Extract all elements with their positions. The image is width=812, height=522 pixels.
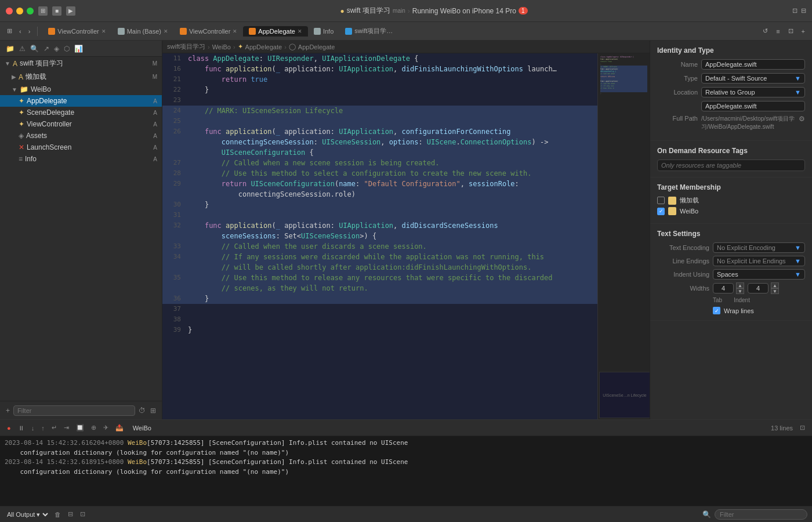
sidebar-item-lazyjia[interactable]: ▶ A 懒加载 M [0, 70, 162, 84]
inspector-toggle[interactable]: ⊡ [786, 26, 796, 36]
sidebar-item-appdelegate[interactable]: ✦ AppDelegate A [0, 95, 162, 107]
relative-group-value: AppDelegate.swift [701, 101, 805, 111]
indent-width-input[interactable] [748, 283, 768, 293]
tab-viewcontroller2[interactable]: ViewController ✕ [174, 26, 243, 37]
robot-icon[interactable]: ◈ [53, 44, 60, 54]
checkbox-lazyjia[interactable] [657, 197, 665, 204]
skip-btn[interactable]: ⇥ [61, 423, 71, 433]
line-content: func application(_ application: UIApplic… [186, 64, 597, 74]
filter-input[interactable] [13, 405, 135, 416]
split-console-icon[interactable]: ⊟ [66, 509, 75, 519]
trash-icon[interactable]: 🗑 [52, 510, 63, 519]
name-field[interactable]: AppDelegate.swift [701, 59, 805, 70]
close-button[interactable] [6, 8, 13, 14]
minimize-button[interactable] [16, 8, 23, 14]
line-content: connectingSceneSession.role) [186, 189, 597, 200]
code-line-selected: connectingSceneSession.role) [162, 189, 597, 200]
project-icon: ● [340, 7, 344, 15]
tab-close-icon[interactable]: ✕ [233, 28, 237, 34]
sidebar-item-info[interactable]: ≡ Info A [0, 153, 162, 165]
type-select[interactable]: Default - Swift Source ▼ [701, 73, 805, 84]
output-selector[interactable]: All Output ▾ [5, 510, 50, 519]
tab-close-icon[interactable]: ✕ [164, 28, 168, 34]
navigator-toggle[interactable]: ⊞ [5, 26, 14, 36]
source-control-icon[interactable]: ↗ [42, 44, 50, 54]
tab-width-input[interactable] [713, 283, 734, 293]
stop-icon[interactable]: ■ [52, 6, 61, 16]
filter-search-input[interactable] [715, 509, 807, 520]
relative-group-field[interactable]: AppDelegate.swift [701, 101, 805, 111]
location-select[interactable]: Relative to Group ▼ [701, 87, 805, 97]
sidebar-item-project[interactable]: ▼ A swift 项目学习 M [0, 57, 162, 70]
code-line-selected: sceneSessions: Set<UISceneSession>) { [162, 231, 597, 241]
add-file-icon[interactable]: + [799, 26, 807, 36]
sidebar-item-weibo[interactable]: ▼ 📁 WeiBo [0, 84, 162, 95]
stepper-down[interactable]: ▼ [771, 288, 779, 294]
tab-viewcontroller1[interactable]: ViewController ✕ [42, 26, 111, 37]
split-icon[interactable]: ⊟ [801, 7, 806, 14]
full-path-text: /Users/macmini/Desktop/swift项目学习/WeiBo/A… [701, 115, 795, 131]
launchscreen-icon: ✕ [19, 143, 24, 151]
code-editor[interactable]: 11 class AppDelegate: UIResponder, UIApp… [162, 53, 597, 419]
tab-info[interactable]: Info [308, 26, 339, 37]
tab-appdelegate[interactable]: AppDelegate ✕ [243, 26, 308, 37]
step-up-btn[interactable]: ↑ [39, 423, 47, 433]
relative-group-row: AppDelegate.swift [657, 101, 805, 111]
wrap-checkbox[interactable] [713, 307, 720, 314]
checkbox-weibo[interactable] [657, 208, 665, 215]
line-number: 32 [162, 220, 186, 231]
sidebar-item-viewcontroller[interactable]: ✦ ViewController A [0, 118, 162, 130]
line-content: // scenes, as they will not return. [186, 283, 597, 293]
sidebar-item-scenedelegate[interactable]: ✦ SceneDelegate A [0, 107, 162, 118]
location-row: Location Relative to Group ▼ [657, 87, 805, 97]
back-button[interactable]: ‹ [17, 27, 24, 36]
record-btn[interactable]: ● [5, 423, 13, 433]
layout-icon[interactable]: ⊡ [792, 7, 798, 14]
stepper-down[interactable]: ▼ [736, 288, 744, 294]
code-line-selected: 35 // Use this method to release any res… [162, 273, 597, 283]
tab-label: Tab [713, 297, 722, 303]
expand-console-btn[interactable]: ⊡ [798, 423, 807, 433]
debug-btn[interactable]: ⊕ [89, 423, 99, 433]
maximize-button[interactable] [27, 8, 34, 14]
step-down-btn[interactable]: ↓ [29, 423, 37, 433]
location-value: Relative to Group ▼ [701, 87, 805, 97]
sidebar-item-launchscreen[interactable]: ✕ LaunchScreen A [0, 142, 162, 153]
play-icon[interactable]: ▶ [66, 6, 75, 16]
tab-swiftproject[interactable]: swift项目学… [339, 25, 398, 37]
breakpoints-icon[interactable]: ⬡ [63, 44, 71, 54]
encoding-select[interactable]: No Explicit Encoding ▼ [713, 242, 805, 253]
viewcontroller-badge: A [153, 121, 157, 128]
gear-icon[interactable]: ⚙ [799, 115, 805, 123]
stepper-up[interactable]: ▲ [771, 282, 779, 288]
chevron-down-icon: ▼ [12, 86, 17, 93]
type-row: Type Default - Swift Source ▼ [657, 73, 805, 84]
console-output[interactable]: 2023-08-14 15:42:32.616204+0800 WeiBo[57… [0, 436, 812, 506]
add-button[interactable]: + [5, 405, 11, 416]
simulate-btn[interactable]: ✈ [101, 423, 111, 433]
tab-close-icon[interactable]: ✕ [102, 28, 106, 34]
on-demand-input[interactable] [657, 160, 805, 171]
sidebar-toggle-icon[interactable]: ⊞ [38, 6, 48, 16]
warning-icon[interactable]: ⚠ [18, 44, 27, 54]
expand-icon[interactable]: ⊞ [149, 405, 157, 416]
tab-main[interactable]: Main (Base) ✕ [112, 26, 174, 37]
diff-icon[interactable]: ≡ [774, 26, 782, 36]
line-endings-select[interactable]: No Explicit Line Endings ▼ [713, 256, 805, 266]
forward-button[interactable]: › [26, 27, 33, 36]
thread-btn[interactable]: 🔲 [74, 423, 86, 433]
send-btn[interactable]: 📤 [113, 423, 126, 433]
stepper-up[interactable]: ▲ [736, 282, 744, 288]
refresh-icon[interactable]: ↺ [760, 26, 770, 36]
jump-btn[interactable]: ↵ [49, 423, 59, 433]
maximize-console-icon[interactable]: ⊡ [78, 509, 88, 519]
sort-icon[interactable]: ⏱ [137, 405, 147, 416]
indent-row: Indent Using Spaces ▼ [657, 269, 805, 280]
pause-btn[interactable]: ⏸ [16, 423, 27, 433]
tab-close-icon[interactable]: ✕ [298, 28, 302, 34]
indent-select[interactable]: Spaces ▼ [713, 269, 805, 280]
search-icon[interactable]: 🔍 [29, 44, 40, 54]
reports-icon[interactable]: 📊 [73, 44, 84, 54]
sidebar-item-assets[interactable]: ◈ Assets A [0, 130, 162, 142]
folder-icon[interactable]: 📁 [5, 44, 16, 54]
